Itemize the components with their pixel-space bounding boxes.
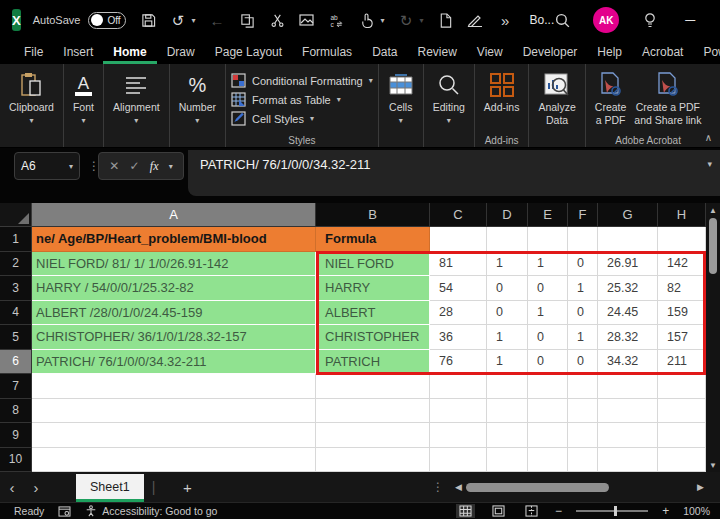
row-header-10[interactable]: 10 [0, 448, 32, 473]
cell-H5[interactable]: 157 [658, 325, 706, 350]
cell-F9[interactable] [568, 423, 598, 448]
cell-B1[interactable]: Formula [316, 227, 430, 252]
addins-button[interactable]: Add-ins [480, 69, 524, 116]
cell-C4[interactable]: 28 [430, 301, 487, 326]
new-file-icon[interactable] [437, 12, 454, 29]
page-break-preview-icon[interactable] [522, 504, 541, 518]
cell-G3[interactable]: 25.32 [598, 276, 658, 301]
chevron-down-icon[interactable]: ▾ [192, 16, 196, 25]
cell-E4[interactable]: 1 [528, 301, 568, 326]
scroll-down-icon[interactable]: ▼ [706, 458, 720, 472]
copy-icon[interactable] [239, 12, 256, 29]
column-header-G[interactable]: G [598, 203, 658, 227]
cell-H4[interactable]: 159 [658, 301, 706, 326]
cell-F3[interactable]: 1 [568, 276, 598, 301]
column-header-B[interactable]: B [316, 203, 430, 227]
cell-B5[interactable]: CHRISTOPHER [316, 325, 430, 350]
cell-A3[interactable]: HARRY / 54/0/0/1/25.32-82 [32, 276, 316, 301]
alignment-button[interactable]: Alignment ▾ [109, 69, 164, 127]
chevron-down-icon[interactable]: ▾ [381, 16, 385, 25]
cell-D6[interactable]: 1 [487, 350, 528, 375]
cell-G8[interactable] [598, 399, 658, 424]
column-header-H[interactable]: H [658, 203, 706, 227]
undo-icon[interactable]: ↺ [170, 12, 187, 29]
editing-button[interactable]: Editing ▾ [429, 69, 469, 127]
cancel-icon[interactable]: ✕ [109, 159, 119, 173]
tab-developer[interactable]: Developer [513, 41, 588, 64]
cell-A2[interactable]: NIEL FORD/ 81/ 1/ 1/0/26.91-142 [32, 252, 316, 277]
cell-A4[interactable]: ALBERT /28/0/1/0/24.45-159 [32, 301, 316, 326]
cell-B8[interactable] [316, 399, 430, 424]
tab-acrobat[interactable]: Acrobat [632, 41, 693, 64]
tab-home[interactable]: Home [103, 41, 156, 64]
cell-D8[interactable] [487, 399, 528, 424]
tab-file[interactable]: File [14, 41, 53, 64]
tab-draw[interactable]: Draw [157, 41, 205, 64]
cell-D3[interactable]: 0 [487, 276, 528, 301]
zoom-out-button[interactable]: − [555, 504, 562, 518]
horizontal-scrollbar[interactable] [466, 483, 694, 492]
row-header-1[interactable]: 1 [0, 227, 32, 252]
search-icon[interactable] [554, 12, 571, 29]
cell-E5[interactable]: 0 [528, 325, 568, 350]
enter-icon[interactable]: ✓ [130, 159, 140, 173]
cell-F7[interactable] [568, 374, 598, 399]
collapse-ribbon-icon[interactable]: ∧ [705, 132, 712, 143]
row-header-2[interactable]: 2 [0, 252, 32, 277]
column-header-A[interactable]: A [32, 203, 316, 227]
cell-C9[interactable] [430, 423, 487, 448]
more-commands-icon[interactable]: » [497, 12, 514, 29]
cell-F8[interactable] [568, 399, 598, 424]
autosave-toggle[interactable]: Off [88, 12, 125, 29]
cell-F4[interactable]: 0 [568, 301, 598, 326]
scroll-right-icon[interactable]: ▶ [697, 482, 704, 492]
tab-power-pivot[interactable]: Power Pivot [693, 41, 720, 64]
name-box[interactable]: A6 ▾ [14, 152, 80, 180]
cell-G4[interactable]: 24.45 [598, 301, 658, 326]
sheet-tab-sheet1[interactable]: Sheet1 [76, 474, 144, 502]
cell-A1[interactable]: ne/ Age/BP/Heart_problem/BMI-blood [32, 227, 316, 252]
column-header-D[interactable]: D [487, 203, 528, 227]
scroll-up-icon[interactable]: ▲ [706, 203, 720, 217]
cell-E9[interactable] [528, 423, 568, 448]
zoom-slider[interactable] [576, 510, 648, 512]
formula-input[interactable]: PATRICH/ 76/1/0/0/34.32-211 ▾ [188, 150, 720, 196]
normal-view-icon[interactable] [456, 504, 475, 518]
cell-B3[interactable]: HARRY [316, 276, 430, 301]
cell-G9[interactable] [598, 423, 658, 448]
cell-E7[interactable] [528, 374, 568, 399]
cell-G10[interactable] [598, 448, 658, 473]
cell-D4[interactable]: 0 [487, 301, 528, 326]
cell-H9[interactable] [658, 423, 706, 448]
cell-E8[interactable] [528, 399, 568, 424]
cell-C3[interactable]: 54 [430, 276, 487, 301]
cell-G1[interactable] [598, 227, 658, 252]
zoom-level[interactable]: 100% [683, 505, 710, 517]
cell-E1[interactable] [528, 227, 568, 252]
cell-B4[interactable]: ALBERT [316, 301, 430, 326]
excel-logo-icon[interactable]: X [12, 9, 21, 31]
avatar[interactable]: AK [593, 7, 619, 33]
cell-F6[interactable]: 0 [568, 350, 598, 375]
create-pdf-share-button[interactable]: Create a PDF and Share link [630, 69, 705, 129]
cell-F5[interactable]: 1 [568, 325, 598, 350]
row-header-4[interactable]: 4 [0, 301, 32, 326]
cell-H7[interactable] [658, 374, 706, 399]
cell-F2[interactable]: 0 [568, 252, 598, 277]
zoom-slider-thumb[interactable] [614, 506, 617, 516]
cell-A10[interactable] [32, 448, 316, 473]
cell-B10[interactable] [316, 448, 430, 473]
cell-E10[interactable] [528, 448, 568, 473]
cell-H6[interactable]: 211 [658, 350, 706, 375]
cell-H10[interactable] [658, 448, 706, 473]
cell-A6[interactable]: PATRICH/ 76/1/0/0/34.32-211 [32, 350, 316, 375]
conditional-formatting-button[interactable]: Conditional Formatting ▾ [231, 73, 373, 88]
splitter-handle-icon[interactable]: ⋮ [432, 480, 444, 494]
tab-insert[interactable]: Insert [53, 41, 103, 64]
cell-F10[interactable] [568, 448, 598, 473]
macro-record-icon[interactable] [58, 506, 71, 517]
number-button[interactable]: % Number ▾ [175, 69, 220, 127]
row-header-6[interactable]: 6 [0, 350, 32, 375]
cell-D5[interactable]: 1 [487, 325, 528, 350]
tab-page-layout[interactable]: Page Layout [205, 41, 292, 64]
